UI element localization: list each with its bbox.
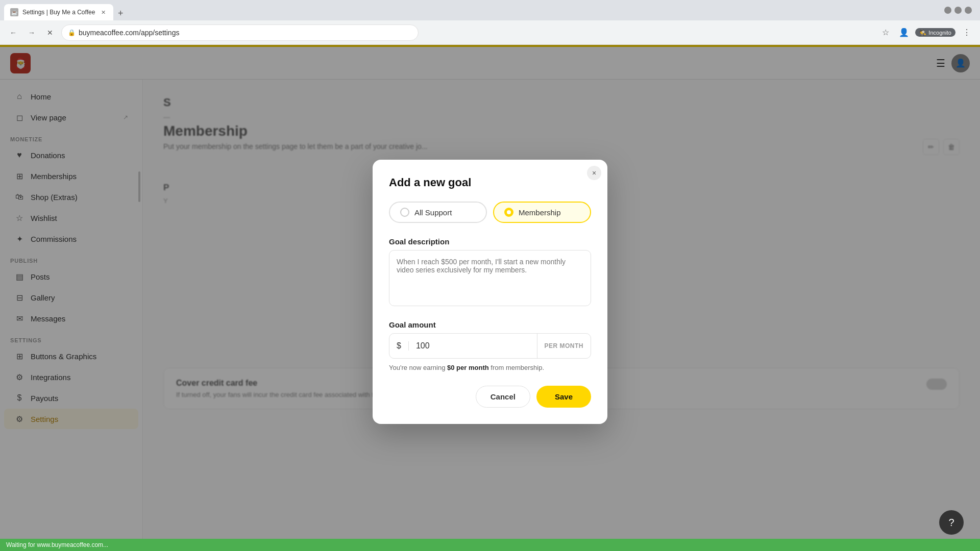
close-btn[interactable]: ✕ [965, 7, 972, 14]
radio-label-membership: Membership [519, 208, 561, 217]
browser-actions: ☆ 👤 🕵 Incognito ⋮ [878, 26, 974, 40]
address-text: buymeacoffee.com/app/settings [79, 29, 179, 37]
incognito-icon: 🕵 [919, 29, 926, 36]
goal-type-radio-group: All Support Membership [389, 202, 591, 223]
profile-button[interactable]: 👤 [897, 26, 911, 40]
radio-all-support[interactable]: All Support [389, 202, 487, 223]
incognito-badge: 🕵 Incognito [915, 28, 955, 37]
goal-amount-section: Goal amount $ PER MONTH You're now earni… [389, 320, 591, 371]
goal-amount-label: Goal amount [389, 320, 591, 329]
back-button[interactable]: ← [6, 26, 20, 40]
earning-note: You're now earning $0 per month from mem… [389, 364, 591, 371]
modal-title: Add a new goal [389, 176, 591, 189]
window-controls: — ⬜ ✕ [944, 7, 972, 14]
modal-actions: Cancel Save [389, 386, 591, 408]
forward-button[interactable]: → [24, 26, 39, 40]
radio-label-all-support: All Support [414, 208, 452, 217]
reload-button[interactable]: ✕ [43, 26, 57, 40]
earning-note-prefix: You're now earning [389, 364, 447, 371]
bookmark-button[interactable]: ☆ [878, 26, 893, 40]
add-goal-modal: × Add a new goal All Support Membership [373, 160, 607, 424]
radio-circle-all-support [400, 208, 409, 217]
modal-overlay[interactable]: × Add a new goal All Support Membership [0, 45, 980, 539]
minimize-btn[interactable]: — [944, 7, 951, 14]
maximize-btn[interactable]: ⬜ [954, 7, 962, 14]
modal-close-button[interactable]: × [587, 166, 601, 180]
save-button[interactable]: Save [536, 386, 591, 408]
amount-prefix: $ [389, 341, 409, 350]
radio-circle-membership [504, 208, 513, 217]
menu-button[interactable]: ⋮ [960, 26, 974, 40]
cancel-button[interactable]: Cancel [476, 386, 530, 408]
page-content: 🎅 ☰ 👤 ⌂ Home ◻ View page ↗ MONETIZE [0, 45, 980, 539]
status-bar: Waiting for www.buymeacoffee.com... [0, 539, 980, 551]
new-tab-button[interactable]: + [113, 6, 128, 20]
address-bar-row: ← → ✕ 🔒 buymeacoffee.com/app/settings ☆ … [0, 20, 980, 45]
tab-title: Settings | Buy Me a Coffee [22, 9, 95, 16]
goal-description-label: Goal description [389, 237, 591, 246]
goal-description-textarea[interactable] [389, 250, 591, 306]
amount-input-row: $ PER MONTH [389, 333, 591, 359]
earning-highlight: $0 per month [447, 364, 489, 371]
help-button[interactable]: ? [939, 510, 964, 535]
status-text: Waiting for www.buymeacoffee.com... [6, 541, 108, 548]
radio-membership[interactable]: Membership [493, 202, 591, 223]
tab-bar-row: ☕ Settings | Buy Me a Coffee ✕ + — ⬜ ✕ [0, 0, 980, 20]
radio-dot-membership [507, 210, 511, 214]
tab-close-button[interactable]: ✕ [99, 8, 107, 16]
lock-icon: 🔒 [68, 29, 76, 36]
per-month-label: PER MONTH [537, 334, 591, 358]
earning-suffix: from membership. [489, 364, 544, 371]
address-input[interactable]: 🔒 buymeacoffee.com/app/settings [61, 24, 419, 41]
incognito-label: Incognito [928, 30, 951, 36]
active-tab[interactable]: ☕ Settings | Buy Me a Coffee ✕ [4, 4, 113, 20]
browser-frame: ☕ Settings | Buy Me a Coffee ✕ + — ⬜ ✕ ←… [0, 0, 980, 551]
amount-input[interactable] [409, 341, 537, 350]
tab-favicon: ☕ [10, 8, 18, 16]
